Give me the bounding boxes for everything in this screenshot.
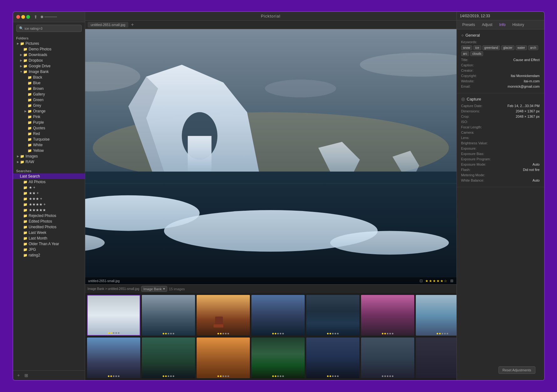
upload-icon[interactable]: ⬆ [34, 14, 38, 19]
sidebar-item-pictures[interactable]: ▶ 📁 Pictures [13, 41, 85, 46]
sidebar-item-image-bank[interactable]: ▼ 📁 Image Bank [13, 69, 85, 75]
creator-label: Creator: [461, 69, 493, 72]
exposure-mode-label: Exposure Mode: [461, 162, 493, 166]
folder-icon: 📁 [23, 219, 28, 224]
thumb-0[interactable] [87, 295, 140, 336]
folder-icon: 📁 [23, 208, 28, 212]
compare-icon[interactable]: ⊞ [450, 279, 453, 283]
thumb-9[interactable] [197, 338, 250, 378]
sidebar-item-unedited-photos[interactable]: 📁 Unedited Photos [13, 224, 85, 230]
add-tab-button[interactable]: + [130, 22, 135, 28]
sidebar-item-label: Brown [33, 86, 44, 91]
folder-icon: 📁 [28, 143, 32, 147]
minimize-button[interactable] [21, 15, 25, 19]
tab-presets[interactable]: Presets [459, 22, 478, 28]
sidebar-item-last-week[interactable]: 📁 Last Week [13, 230, 85, 235]
tab-history[interactable]: History [509, 22, 527, 28]
title-value: Cause and Effect [493, 58, 540, 62]
thumb-13[interactable] [416, 338, 456, 378]
exposure-bias-label: Exposure Bias: [461, 152, 493, 156]
thumb-2[interactable] [197, 295, 250, 336]
folder-icon: 📁 [23, 186, 28, 190]
sidebar-item-older-than-year[interactable]: 📁 Older Than A Year [13, 241, 85, 247]
sidebar-item-images[interactable]: ▶ 📁 Images [13, 153, 85, 159]
sidebar-item-demo-photos[interactable]: 📁 Demo Photos [13, 46, 85, 52]
sidebar-item-brown[interactable]: 📁 Brown [13, 86, 85, 91]
folder-icon: 📁 [23, 225, 28, 229]
sidebar-item-label: Image Bank [29, 70, 49, 74]
sidebar-item-quotes[interactable]: 📁 Quotes [13, 125, 85, 131]
sidebar-item-last-month[interactable]: 📁 Last Month [13, 235, 85, 241]
thumb-10[interactable] [251, 338, 305, 378]
close-button[interactable] [16, 15, 20, 19]
thumb-7[interactable] [87, 338, 140, 378]
capture-section: ◎ Capture Capture Date: Feb 14, 2...33:3… [457, 93, 544, 187]
sidebar-item-blue[interactable]: 📁 Blue [13, 80, 85, 86]
sidebar-item-star5[interactable]: 📁 ★★★★★ [13, 207, 85, 213]
rating-stars[interactable]: ★★★★★☆ [425, 279, 448, 283]
sidebar-item-red[interactable]: 📁 Red [13, 131, 85, 137]
reset-adjustments-button[interactable]: Reset Adjustments [498, 366, 535, 374]
sidebar-item-grey[interactable]: 📁 Grey [13, 103, 85, 108]
main-header: Picktorial [85, 12, 456, 21]
sidebar-item-last-search[interactable]: Last Search [13, 173, 85, 179]
tab-adjust[interactable]: Adjust [479, 22, 495, 28]
sidebar-item-gallery[interactable]: 📁 Gallery [13, 91, 85, 97]
sidebar-item-green[interactable]: 📁 Green [13, 97, 85, 103]
website-row: Website: itai-m.com [461, 79, 540, 83]
tab-info[interactable]: Info [496, 22, 509, 28]
sidebar-item-all-photos[interactable]: 📁 All Photos [13, 179, 85, 185]
sidebar-item-white[interactable]: 📁 White [13, 142, 85, 148]
titlebar: ⬆ [13, 12, 85, 22]
sidebar-item-star2[interactable]: 📁 ★★ + [13, 190, 85, 196]
thumb-4[interactable] [306, 295, 359, 336]
thumb-12[interactable] [361, 338, 414, 378]
folder-icon: 📁 [23, 214, 28, 218]
fullscreen-icon[interactable]: ⊡ [420, 279, 423, 283]
focal-length-label: Focal Length: [461, 125, 493, 129]
sidebar-item-label: Last Month [29, 236, 47, 240]
sidebar-item-black[interactable]: 📁 Black [13, 75, 85, 80]
thumb-6[interactable] [416, 295, 456, 336]
thumb-5[interactable] [361, 295, 414, 336]
sidebar-item-dropbox[interactable]: ▶ 📁 Dropbox [13, 58, 85, 63]
tab-untitled[interactable]: untitled-2651-small.jpg [88, 22, 129, 28]
sidebar-item-purple[interactable]: 📁 Purple [13, 120, 85, 125]
thumb-1[interactable] [142, 295, 195, 336]
grid-icon[interactable]: ⊞ [24, 373, 28, 378]
arrow-icon: ▶ [19, 53, 23, 56]
sidebar-item-star3[interactable]: 📁 ★★★ + [13, 196, 85, 202]
email-label: Email: [461, 85, 493, 88]
keyword-ice: ice [473, 45, 481, 50]
add-icon[interactable]: ＋ [16, 373, 21, 378]
folder-icon: 📁 [28, 132, 32, 136]
sidebar-item-raw[interactable]: ▶ 📁 RAW [13, 159, 85, 165]
white-balance-label: White Balance: [461, 178, 493, 182]
photo-overlay-bar: untitled-2651-small.jpg ⊡ ★★★★★☆ ⊞ [85, 277, 456, 284]
capture-date-row: Capture Date: Feb 14, 2...33:34 PM [461, 104, 540, 108]
sidebar-item-downloads[interactable]: ▶ 📁 Downloads [13, 52, 85, 58]
sidebar-item-rejected-photos[interactable]: 📁 Rejected Photos [13, 213, 85, 219]
sidebar-item-label: Edited Photos [29, 219, 52, 224]
sidebar-item-star4[interactable]: 📁 ★★★★ + [13, 202, 85, 207]
metering-mode-label: Metering Mode: [461, 173, 493, 177]
sidebar-item-label: JPG [29, 247, 36, 252]
sidebar-item-google-drive[interactable]: ▶ 📁 Google Drive [13, 63, 85, 69]
sidebar-item-rating2[interactable]: 📁 rating2 [13, 252, 85, 258]
collection-dropdown[interactable]: Image Bank ▾ [141, 286, 167, 292]
sidebar-item-orange[interactable]: ▶ 📁 Orange [13, 108, 85, 114]
thumb-3[interactable] [251, 295, 305, 336]
sidebar-item-yellow[interactable]: 📁 Yellow [13, 148, 85, 153]
sidebar-item-turquoise[interactable]: 📁 Turquoise [13, 137, 85, 142]
zoom-slider[interactable] [41, 16, 57, 18]
focal-length-row: Focal Length: [461, 125, 540, 129]
thumb-11[interactable] [306, 338, 359, 378]
search-box[interactable]: 🔍 ice rating>3 [16, 25, 82, 32]
lens-row: Lens: [461, 136, 540, 140]
maximize-button[interactable] [26, 15, 30, 19]
thumb-8[interactable] [142, 338, 195, 378]
sidebar-item-star1[interactable]: 📁 ★ + [13, 185, 85, 190]
sidebar-item-edited-photos[interactable]: 📁 Edited Photos [13, 219, 85, 224]
sidebar-item-jpg[interactable]: 📁 JPG [13, 247, 85, 252]
sidebar-item-pink[interactable]: 📁 Pink [13, 114, 85, 120]
